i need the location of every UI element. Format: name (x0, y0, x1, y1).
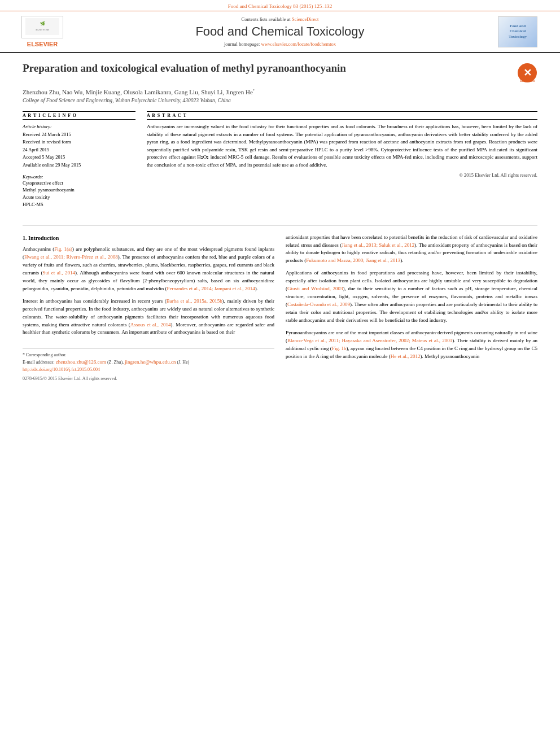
accepted-date: Accepted 5 May 2015 (23, 154, 135, 161)
article-authors: Zhenzhou Zhu, Nao Wu, Minjie Kuang, Olus… (23, 89, 537, 95)
corresponding-mark: * (253, 89, 255, 92)
keywords-title: Keywords: (23, 174, 135, 180)
hwang-ref[interactable]: Hwang et al., 2011; Rivero-Pérez et al.,… (24, 254, 118, 260)
svg-rect-0 (25, 18, 59, 35)
received-date: Received 24 March 2015 (23, 131, 135, 139)
abstract-text: Anthocyanins are increasingly valued in … (147, 123, 537, 169)
and-word: and (428, 250, 435, 255)
abstract-column: A B S T R A C T Anthocyanins are increas… (147, 111, 537, 214)
contents-line: Contents lists available at ScienceDirec… (68, 16, 492, 22)
journal-header-center: Contents lists available at ScienceDirec… (68, 16, 492, 47)
sciencedirect-link[interactable]: ScienceDirect (292, 16, 319, 22)
copyright-line: © 2015 Elsevier Ltd. All rights reserved… (147, 172, 537, 178)
keyword-2: Methyl pyranoanthocyanin (23, 186, 135, 194)
page-wrapper: Food and Chemical Toxicology 83 (2015) 1… (0, 0, 560, 747)
homepage-link[interactable]: www.elsevier.com/locate/foodchemtox (261, 41, 336, 47)
jiang2013-ref[interactable]: Jiang et al., 2013; Saluk et al., 2012 (342, 242, 414, 248)
email2-link[interactable]: jingren.he@whpu.edu.cn (125, 359, 176, 365)
journal-citation-text: Food and Chemical Toxicology 83 (2015) 1… (228, 3, 333, 9)
article-footer: * Corresponding author. E-mail addresses… (23, 348, 274, 366)
article-info-section: A R T I C L E I N F O Article history: R… (23, 111, 135, 208)
abstract-label: A B S T R A C T (147, 111, 537, 120)
svg-text:✕: ✕ (523, 67, 532, 78)
elsevier-tree-logo: 🌿 ELSEVIER (25, 18, 59, 35)
introduction-heading: 1. Introduction (23, 234, 274, 243)
svg-text:ELSEVIER: ELSEVIER (36, 28, 49, 31)
history-label: Article history: (23, 123, 135, 131)
castaneda-ref[interactable]: Castañeda-Ovando et al., 2009 (287, 302, 350, 307)
email-line: E-mail addresses: zhenzhou.zhu@126.com (… (23, 359, 274, 366)
keyword-4: HPLC-MS (23, 201, 135, 208)
blanco-ref[interactable]: Blanco-Vega et al., 2011; Hayasaka and A… (287, 338, 452, 343)
fig1b-link[interactable]: Fig. 1b (332, 346, 347, 351)
article-title-text: Preparation and toxicological evaluation… (23, 62, 346, 76)
journal-thumbnail: Food and Chemical Toxicology (498, 16, 537, 47)
body-content: 1. Introduction Anthocyanins (Fig. 1(a))… (23, 225, 537, 383)
journal-title: Food and Chemical Toxicology (68, 24, 492, 39)
them-word: them (59, 322, 69, 327)
fukumoto-ref[interactable]: Fukumoto and Mazza, 2000; Jiang et al., … (306, 257, 400, 263)
article-meta-section: A R T I C L E I N F O Article history: R… (23, 111, 537, 214)
elsevier-logo-box: 🌿 ELSEVIER (21, 16, 63, 38)
keyword-3: Acute toxicity (23, 194, 135, 201)
elsevier-wordmark: ELSEVIER (27, 41, 58, 47)
body-col-left: 1. Introduction Anthocyanins (Fig. 1(a))… (23, 234, 274, 383)
right-para-3: Pyranoanthocyanins are one of the most i… (286, 329, 537, 361)
issn-line: 0278-6915/© 2015 Elsevier Ltd. All right… (23, 375, 274, 382)
abstract-section: A B S T R A C T Anthocyanins are increas… (147, 111, 537, 178)
revised-date: 24 April 2015 (23, 146, 135, 154)
intro-para-1: Anthocyanins (Fig. 1(a)) are polyphenoli… (23, 246, 274, 293)
he2012-ref[interactable]: He et al., 2012 (391, 353, 421, 359)
journal-header-left: 🌿 ELSEVIER ELSEVIER (17, 16, 68, 47)
doi-link[interactable]: http://dx.doi.org/10.1016/j.fct.2015.05.… (23, 367, 100, 372)
svg-text:🌿: 🌿 (40, 21, 45, 26)
homepage-line: journal homepage: www.elsevier.com/locat… (68, 41, 492, 47)
right-para-1: antioxidant properties that have been co… (286, 234, 537, 265)
fernandes-ref[interactable]: Fernandes et al., 2014; Jampani et al., … (167, 286, 255, 291)
journal-citation-bar: Food and Chemical Toxicology 83 (2015) 1… (0, 0, 560, 11)
fig1a-link[interactable]: Fig. 1(a) (54, 246, 72, 252)
giusti-ref[interactable]: Giusti and Wrolstad, 2003 (287, 286, 343, 291)
article-info-column: A R T I C L E I N F O Article history: R… (23, 111, 135, 214)
revised-label: Received in revised form (23, 138, 135, 146)
keyword-1: Cytoprotective effect (23, 180, 135, 187)
main-content: Preparation and toxicological evaluation… (0, 53, 560, 391)
article-info-label: A R T I C L E I N F O (23, 111, 135, 120)
body-col-right: antioxidant properties that have been co… (286, 234, 537, 383)
article-history: Article history: Received 24 March 2015 … (23, 123, 135, 169)
barba-ref[interactable]: Barba et al., 2015a, 2015b (167, 298, 222, 304)
assous-ref[interactable]: Assous et al., 2014 (130, 322, 171, 327)
email1-link[interactable]: zhenzhou.zhu@126.com (56, 359, 106, 365)
article-title-row: Preparation and toxicological evaluation… (23, 62, 537, 83)
journal-header: 🌿 ELSEVIER ELSEVIER Contents lists avail… (0, 11, 560, 53)
svg-text:CrossMark: CrossMark (520, 79, 535, 82)
right-para-2: Applications of anthocyanins in food pre… (286, 269, 537, 325)
available-date: Available online 29 May 2015 (23, 161, 135, 169)
article-affiliation: College of Food Science and Engineering,… (23, 98, 537, 103)
corresponding-note: * Corresponding author. (23, 352, 274, 359)
doi-line: http://dx.doi.org/10.1016/j.fct.2015.05.… (23, 366, 274, 373)
sui-ref[interactable]: Sui et al., 2014 (42, 270, 75, 276)
intro-para-2: Interest in anthocyanins has considerabl… (23, 298, 274, 337)
crossmark-icon: ✕ CrossMark (517, 63, 537, 83)
keywords-section: Keywords: Cytoprotective effect Methyl p… (23, 174, 135, 208)
journal-header-right: Food and Chemical Toxicology (492, 16, 543, 47)
